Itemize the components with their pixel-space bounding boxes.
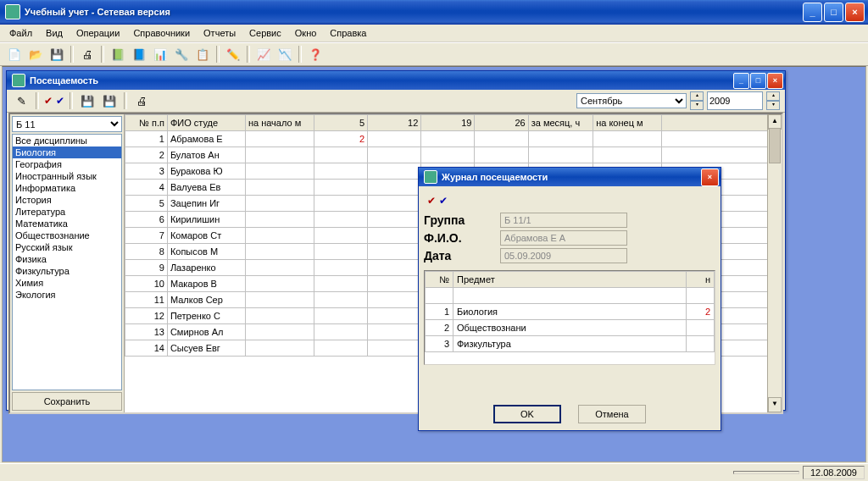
student-name[interactable]: Копысов М xyxy=(167,244,245,260)
menu-окно[interactable]: Окно xyxy=(289,26,323,40)
child-minimize-button[interactable]: _ xyxy=(733,73,749,89)
maximize-button[interactable]: □ xyxy=(824,3,843,22)
student-name[interactable]: Комаров Ст xyxy=(167,228,245,244)
column-header[interactable]: 26 xyxy=(475,115,528,131)
toolbar-button-0[interactable]: 📄 xyxy=(5,45,24,64)
attendance-titlebar[interactable]: Посещаемость _ □ × xyxy=(7,71,785,90)
scroll-thumb[interactable] xyxy=(769,128,781,163)
student-name[interactable]: Лазаренко xyxy=(167,260,245,276)
grid-cell[interactable] xyxy=(245,340,314,357)
menu-сервис[interactable]: Сервис xyxy=(243,26,287,40)
grid-cell[interactable] xyxy=(421,147,475,163)
subject-item[interactable]: Математика xyxy=(13,218,121,229)
child-close-button[interactable]: × xyxy=(767,73,783,89)
cancel-button[interactable]: Отмена xyxy=(578,405,646,423)
grid-cell[interactable] xyxy=(314,260,367,276)
student-name[interactable]: Кирилишин xyxy=(167,212,245,228)
subject-item[interactable]: Физкультура xyxy=(13,265,121,277)
grid-cell[interactable] xyxy=(245,276,314,292)
grid-cell[interactable] xyxy=(528,131,593,147)
toolbar-button-10[interactable]: 📋 xyxy=(193,45,212,64)
student-name[interactable]: Петренко С xyxy=(167,308,245,324)
grid-cell[interactable] xyxy=(368,260,421,276)
grid-cell[interactable] xyxy=(475,131,528,147)
month-select[interactable]: Сентябрь xyxy=(576,93,687,108)
column-header[interactable]: 12 xyxy=(368,115,421,131)
grid-cell[interactable] xyxy=(368,196,421,212)
hours-cell[interactable]: 2 xyxy=(687,304,715,320)
grid-cell[interactable] xyxy=(245,292,314,308)
subject-item[interactable]: Химия xyxy=(13,277,121,289)
column-header[interactable]: № xyxy=(426,272,453,288)
column-header[interactable]: 5 xyxy=(314,115,367,131)
hours-cell[interactable] xyxy=(687,336,715,352)
student-name[interactable]: Булатов Ан xyxy=(167,147,245,163)
journal-grid[interactable]: №Предметн1Биология22Обществознани3Физкул… xyxy=(425,271,715,352)
grid-cell[interactable] xyxy=(314,340,367,357)
grid-cell[interactable] xyxy=(368,228,421,244)
student-name[interactable]: Макаров В xyxy=(167,276,245,292)
print-icon[interactable]: 🖨 xyxy=(132,91,151,110)
grid-cell[interactable] xyxy=(245,244,314,260)
student-name[interactable]: Зацепин Иг xyxy=(167,196,245,212)
grid-cell[interactable] xyxy=(368,163,421,180)
grid-cell[interactable] xyxy=(314,147,367,163)
grid-cell[interactable] xyxy=(528,147,593,163)
column-header[interactable]: на конец м xyxy=(593,115,662,131)
grid-cell[interactable] xyxy=(368,276,421,292)
grid-cell[interactable] xyxy=(314,276,367,292)
student-name[interactable]: Валуева Ев xyxy=(167,180,245,196)
grid-cell[interactable] xyxy=(314,244,367,260)
subject-item[interactable]: Русский язык xyxy=(13,241,121,253)
toolbar-button-9[interactable]: 🔧 xyxy=(172,45,191,64)
column-header[interactable]: 19 xyxy=(421,115,475,131)
subject-cell[interactable]: Физкультура xyxy=(453,336,687,352)
child-maximize-button[interactable]: □ xyxy=(750,73,766,89)
grid-cell[interactable] xyxy=(245,163,314,180)
column-header[interactable]: за месяц, ч xyxy=(528,115,593,131)
subject-item[interactable]: Информатика xyxy=(13,182,121,194)
month-up[interactable]: ▴ xyxy=(690,91,704,101)
year-up[interactable]: ▴ xyxy=(766,91,780,101)
grid-cell[interactable] xyxy=(314,180,367,196)
student-name[interactable]: Малков Сер xyxy=(167,292,245,308)
save-button[interactable]: Сохранить xyxy=(12,392,122,411)
grid-cell[interactable] xyxy=(245,196,314,212)
toolbar-button-2[interactable]: 💾 xyxy=(47,45,66,64)
subject-item[interactable]: Иностранный язык xyxy=(13,170,121,182)
menu-вид[interactable]: Вид xyxy=(40,26,69,40)
grid-cell[interactable] xyxy=(245,228,314,244)
grid-cell[interactable] xyxy=(245,147,314,163)
grid-cell[interactable] xyxy=(368,131,421,147)
year-input[interactable] xyxy=(707,91,763,110)
subject-item[interactable]: Все дисциплины xyxy=(13,135,121,147)
subject-item[interactable]: Литература xyxy=(13,206,121,218)
grid-cell[interactable] xyxy=(245,180,314,196)
subject-item[interactable]: Биология xyxy=(13,147,121,158)
subject-item[interactable]: Физика xyxy=(13,253,121,265)
subject-item[interactable]: История xyxy=(13,194,121,206)
save-all-icon[interactable]: 💾 xyxy=(100,91,119,110)
menu-операции[interactable]: Операции xyxy=(70,26,125,40)
toolbar-button-6[interactable]: 📗 xyxy=(108,45,127,64)
month-down[interactable]: ▾ xyxy=(690,101,704,110)
subject-cell[interactable]: Биология xyxy=(453,304,687,320)
check-red-icon[interactable]: ✔ xyxy=(427,195,436,207)
grid-cell[interactable] xyxy=(245,131,314,147)
grid-cell[interactable] xyxy=(368,324,421,340)
save-icon[interactable]: 💾 xyxy=(78,91,97,110)
grid-cell[interactable] xyxy=(593,131,662,147)
check-red-icon[interactable]: ✔ xyxy=(44,95,53,107)
grid-cell[interactable] xyxy=(368,308,421,324)
column-header[interactable]: н xyxy=(687,272,715,288)
grid-cell[interactable] xyxy=(475,147,528,163)
menu-справочники[interactable]: Справочники xyxy=(127,26,196,40)
subject-list[interactable]: Все дисциплиныБиологияГеографияИностранн… xyxy=(12,134,122,390)
toolbar-button-1[interactable]: 📂 xyxy=(26,45,45,64)
grid-cell[interactable] xyxy=(245,260,314,276)
minimize-button[interactable]: _ xyxy=(803,3,822,22)
check-blue-icon[interactable]: ✔ xyxy=(56,95,64,107)
subject-item[interactable]: География xyxy=(13,158,121,170)
grid-cell[interactable] xyxy=(368,244,421,260)
toolbar-button-17[interactable]: ❓ xyxy=(306,45,325,64)
